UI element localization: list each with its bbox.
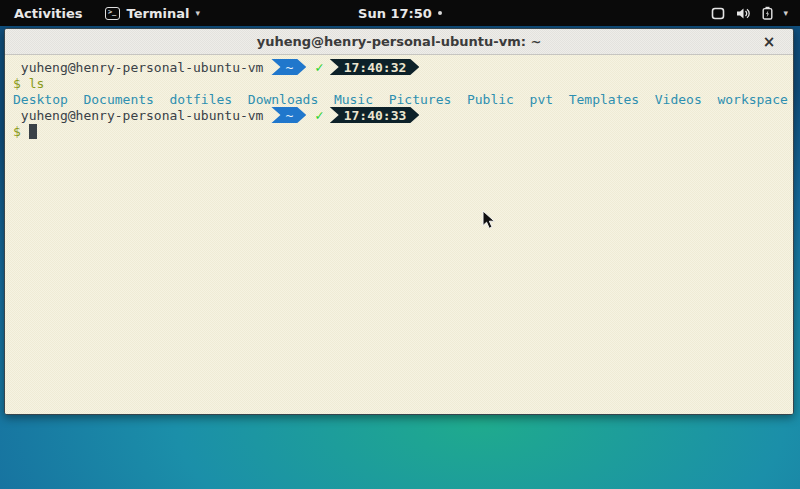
text-cursor xyxy=(29,124,37,139)
input-line[interactable]: $ xyxy=(13,123,793,139)
clock[interactable]: Sun 17:50 xyxy=(358,6,432,21)
terminal-app-icon: >_ xyxy=(105,7,120,20)
prompt-line-1: yuheng@henry-personal-ubuntu-vm ~ ✓ 17:4… xyxy=(13,59,793,75)
prompt-time-badge: 17:40:33 xyxy=(330,107,420,123)
command-line: $ ls xyxy=(13,75,793,91)
ls-output: Desktop Documents dotfiles Downloads Mus… xyxy=(13,91,793,107)
top-bar: Activities >_ Terminal ▾ Sun 17:50 ▾ xyxy=(0,0,800,26)
prompt-success-check-icon: ✓ xyxy=(315,59,323,75)
activities-label: Activities xyxy=(14,6,83,21)
volume-icon xyxy=(736,7,751,20)
prompt-user-host: yuheng@henry-personal-ubuntu-vm xyxy=(21,60,264,75)
close-button[interactable]: × xyxy=(760,33,778,51)
chevron-down-icon: ▾ xyxy=(195,8,200,18)
prompt-dollar: $ xyxy=(13,76,21,91)
system-tray[interactable]: ▾ xyxy=(711,0,792,26)
terminal-content[interactable]: yuheng@henry-personal-ubuntu-vm ~ ✓ 17:4… xyxy=(5,55,793,414)
window-title: yuheng@henry-personal-ubuntu-vm: ~ xyxy=(257,34,542,49)
prompt-time-badge: 17:40:32 xyxy=(330,59,420,75)
network-icon xyxy=(711,7,725,20)
prompt-success-check-icon: ✓ xyxy=(315,107,323,123)
terminal-window: yuheng@henry-personal-ubuntu-vm: ~ × yuh… xyxy=(4,28,794,415)
notification-dot-icon xyxy=(438,11,442,15)
titlebar[interactable]: yuheng@henry-personal-ubuntu-vm: ~ × xyxy=(5,29,793,55)
battery-charging-icon xyxy=(762,6,773,20)
tray-chevron-down-icon: ▾ xyxy=(783,8,788,18)
prompt-cwd-badge: ~ xyxy=(271,107,306,123)
app-menu-label: Terminal xyxy=(127,6,190,21)
command-text: ls xyxy=(29,76,45,91)
desktop: Activities >_ Terminal ▾ Sun 17:50 ▾ xyxy=(0,0,800,489)
activities-button[interactable]: Activities xyxy=(14,0,83,26)
prompt-user-host: yuheng@henry-personal-ubuntu-vm xyxy=(21,108,264,123)
prompt-line-2: yuheng@henry-personal-ubuntu-vm ~ ✓ 17:4… xyxy=(13,107,793,123)
prompt-cwd-badge: ~ xyxy=(271,59,306,75)
app-menu[interactable]: >_ Terminal ▾ xyxy=(105,0,200,26)
prompt-dollar: $ xyxy=(13,124,21,139)
